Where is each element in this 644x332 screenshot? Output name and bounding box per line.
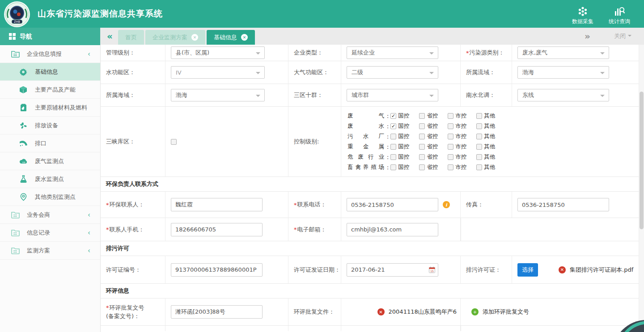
south-north-water-select[interactable]: 东线: [517, 89, 609, 101]
checkbox-option[interactable]: 省控: [419, 133, 438, 140]
checkbox: [390, 144, 396, 150]
checkbox-option[interactable]: 其他: [476, 133, 495, 140]
river-basin-select[interactable]: 渤海: [517, 66, 609, 79]
close-tabs-menu[interactable]: 关闭: [614, 28, 631, 45]
checkbox: [390, 134, 396, 139]
permit-number-input[interactable]: [171, 263, 263, 277]
phone-input[interactable]: [347, 198, 438, 211]
checkbox-option[interactable]: 国控: [390, 133, 409, 140]
city-cluster-select[interactable]: 城市群: [347, 89, 438, 101]
sidebar-item-outlets[interactable]: 排口: [0, 134, 100, 152]
checkbox: [448, 134, 453, 139]
checkbox-option[interactable]: 市控: [448, 122, 466, 130]
fax-input[interactable]: [517, 198, 609, 211]
delete-file-icon[interactable]: ✕: [559, 266, 566, 273]
field-label: *电子邮箱：: [288, 218, 341, 241]
stats-query-button[interactable]: 统计查询: [603, 2, 636, 25]
checkbox-option[interactable]: 市控: [448, 164, 466, 171]
air-function-zone-select[interactable]: 二级: [347, 66, 438, 79]
checkbox-option[interactable]: 省控: [419, 164, 438, 171]
tab-close-icon[interactable]: ✕: [191, 34, 198, 41]
tab-label: 企业监测方案: [153, 34, 187, 42]
sidebar-item-enterprise-info-group[interactable]: 企业信息填报 ‹: [0, 45, 100, 63]
scrollbar-thumb[interactable]: [640, 92, 644, 229]
control-row-heavy-metal: 重金属: 国控 省控 市控 其他: [347, 142, 505, 152]
checkbox-option[interactable]: 市控: [448, 143, 466, 151]
contact-person-input[interactable]: [171, 198, 263, 211]
checkbox-option[interactable]: 其他: [476, 112, 495, 120]
checkbox-option[interactable]: ✓国控: [390, 112, 409, 120]
field-label: 管理级别：: [101, 45, 165, 61]
data-collect-button[interactable]: 数据采集: [566, 2, 599, 25]
tab-close-icon[interactable]: ✕: [241, 34, 248, 41]
eia-file-link[interactable]: 20041118山东晨鸣年产6: [389, 308, 457, 316]
checkbox-option[interactable]: 其他: [476, 153, 495, 161]
email-input[interactable]: [347, 223, 438, 236]
enterprise-type-select[interactable]: 延续企业: [347, 46, 438, 59]
sidebar-item-discharge-equipment[interactable]: 排放设备: [0, 117, 100, 134]
folder-list-icon: [11, 246, 20, 255]
management-level-select[interactable]: 县(市、区属): [171, 46, 265, 59]
checkbox-option[interactable]: ✓国控: [390, 122, 409, 130]
field-label: *环保联系人：: [101, 192, 165, 218]
floating-assistant-widget[interactable]: [613, 320, 644, 332]
checkbox: [419, 113, 425, 119]
chevron-down-icon: [429, 52, 434, 57]
checkbox-option[interactable]: 其他: [476, 164, 495, 171]
sidebar-item-label: 主要原辅材料及燃料: [35, 104, 87, 112]
checkbox-option[interactable]: 省控: [419, 112, 438, 120]
delete-file-icon[interactable]: ✕: [377, 308, 385, 315]
checkbox-option[interactable]: 其他: [476, 122, 495, 130]
checkbox-option[interactable]: 国控: [390, 164, 409, 171]
checkbox-option[interactable]: 其他: [476, 143, 495, 151]
sidebar-item-products[interactable]: 主要产品及产能: [0, 81, 100, 99]
water-function-zone-select[interactable]: IV: [171, 66, 265, 79]
info-icon[interactable]: i: [443, 201, 450, 208]
checkbox-option[interactable]: 省控: [419, 143, 438, 151]
chevron-down-icon: [600, 95, 605, 99]
permit-file-link[interactable]: 集团排污许可证副本.pdf: [570, 266, 633, 274]
field-label: *联系人手机：: [101, 218, 165, 241]
mobile-input[interactable]: [171, 223, 263, 236]
checkbox-option[interactable]: 市控: [448, 133, 466, 140]
checkbox-option[interactable]: 国控: [390, 153, 409, 161]
sidebar-item-monitor-plan-group[interactable]: 监测方案 ‹: [0, 242, 100, 260]
chart-magnifier-icon: [603, 5, 636, 17]
tabs-scroll-left-button[interactable]: «: [101, 28, 118, 45]
add-icon[interactable]: +: [471, 308, 479, 315]
sidebar-item-business-consult-group[interactable]: 业务会商 ‹: [0, 206, 100, 224]
checkbox-option[interactable]: 市控: [448, 153, 466, 161]
section-title-permit: 排污许可: [101, 241, 644, 256]
sidebar-item-info-records-group[interactable]: 信息记录 ‹: [0, 224, 100, 242]
checkbox-option[interactable]: 市控: [448, 112, 466, 120]
tab-basic-info[interactable]: 基础信息 ✕: [207, 30, 255, 45]
vertical-scrollbar[interactable]: [639, 45, 644, 332]
checkbox: [448, 113, 453, 119]
nav-label: 导航: [20, 33, 32, 41]
checkbox-option[interactable]: 省控: [419, 122, 438, 130]
folder-list-icon: [11, 210, 20, 219]
checkbox: [390, 154, 396, 160]
checkbox-option[interactable]: 国控: [390, 143, 409, 151]
choose-file-button[interactable]: 选择: [517, 263, 538, 277]
checkbox-option[interactable]: 省控: [419, 153, 438, 161]
control-row-livestock: 畜禽养殖场: 国控 省控 市控 其他: [347, 162, 505, 172]
sidebar-item-materials[interactable]: 主要原辅材料及燃料: [0, 99, 100, 117]
sidebar-item-water-monitor-points[interactable]: 废水监测点: [0, 170, 100, 188]
sidebar-item-gas-monitor-points[interactable]: co 废气监测点: [0, 152, 100, 170]
calendar-icon[interactable]: 15: [429, 267, 435, 274]
tabs-scroll-right-button[interactable]: »: [578, 28, 596, 45]
add-eia-doc-link[interactable]: 添加环评批复文号: [483, 308, 529, 316]
sidebar-item-basic-info[interactable]: 基础信息: [0, 63, 100, 81]
sanxia-checkbox[interactable]: [171, 139, 177, 145]
sidebar-item-label: 废气监测点: [35, 157, 64, 165]
field-label: 水功能区：: [101, 61, 165, 84]
pollution-source-type-select[interactable]: 废水,废气: [517, 46, 609, 59]
tab-enterprise-monitor-plan[interactable]: 企业监测方案 ✕: [145, 30, 205, 45]
permit-date-input[interactable]: [347, 263, 438, 277]
eia-doc-number-input[interactable]: [171, 305, 263, 319]
sea-area-select[interactable]: 渤海: [171, 89, 265, 101]
control-row-hazwaste: 危废行业: 国控 省控 市控 其他: [347, 152, 505, 162]
sidebar-item-other-monitor-points[interactable]: 其他类别监测点: [0, 188, 100, 206]
tab-home[interactable]: 首页: [118, 30, 144, 45]
